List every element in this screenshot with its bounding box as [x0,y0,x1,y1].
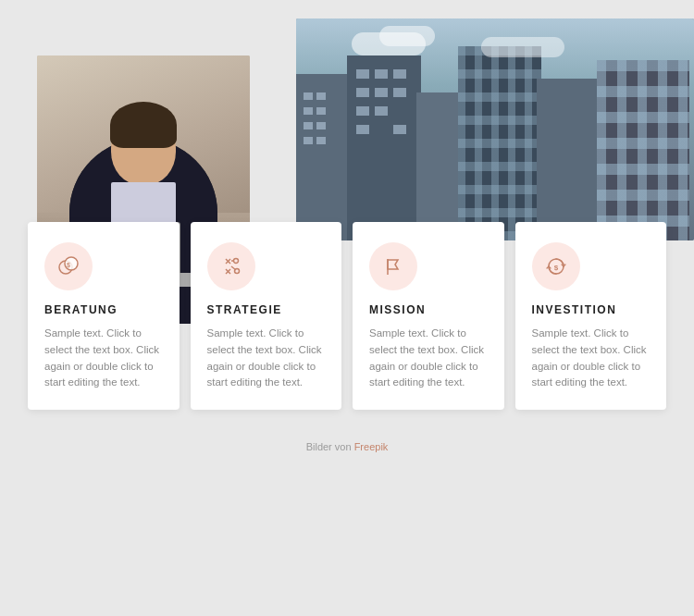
investment-icon: $ [544,254,568,278]
beratung-text: Sample text. Click to select the text bo… [44,326,163,391]
strategie-title: STRATEGIE [207,303,326,316]
strategie-icon-wrap [207,242,255,290]
footer-link[interactable]: Freepik [354,441,389,452]
mission-title: MISSION [369,303,488,316]
beratung-icon-wrap: $ [44,242,93,290]
beratung-title: BERATUNG [44,303,163,316]
strategy-icon [219,254,243,278]
svg-point-5 [233,259,238,264]
card-investition[interactable]: $ INVESTITION Sample text. Click to sele… [515,222,667,410]
coins-icon: $ [56,254,81,278]
mission-icon-wrap [369,242,417,290]
mission-text: Sample text. Click to select the text bo… [369,326,488,391]
svg-text:$: $ [553,264,558,272]
svg-text:$: $ [67,262,70,269]
footer: Bilder von Freepik [0,428,694,462]
page-wrapper: $ BERATUNG Sample text. Click to select … [0,0,694,616]
flag-icon [381,254,405,278]
footer-label: Bilder von [306,441,352,452]
buildings-image [296,18,694,240]
strategie-text: Sample text. Click to select the text bo… [207,326,326,391]
cards-row: $ BERATUNG Sample text. Click to select … [28,222,666,410]
cards-section: $ BERATUNG Sample text. Click to select … [0,222,694,428]
investition-text: Sample text. Click to select the text bo… [532,326,651,391]
svg-point-10 [234,269,239,274]
investition-title: INVESTITION [532,303,651,316]
card-strategie[interactable]: STRATEGIE Sample text. Click to select t… [191,222,342,410]
investition-icon-wrap: $ [532,242,580,290]
card-mission[interactable]: MISSION Sample text. Click to select the… [353,222,504,410]
card-beratung[interactable]: $ BERATUNG Sample text. Click to select … [28,222,180,410]
